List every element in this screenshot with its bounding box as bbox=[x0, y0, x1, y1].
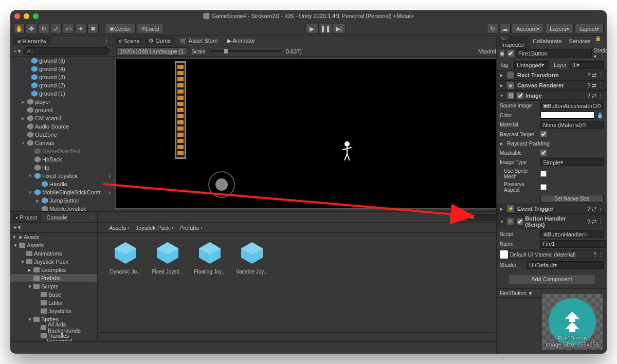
hierarchy-item[interactable]: OutZone bbox=[10, 131, 113, 139]
folder-item[interactable]: Joysticks bbox=[10, 307, 97, 315]
scene-tab[interactable]: ▶ Animator bbox=[223, 37, 259, 45]
rotate-tool-button[interactable]: ↻ bbox=[38, 24, 49, 34]
folder-item[interactable]: Base bbox=[10, 290, 97, 299]
cloud-button[interactable]: ☁ bbox=[499, 24, 511, 34]
minimize-icon[interactable] bbox=[24, 13, 29, 19]
event-trigger-header[interactable]: Event Trigger bbox=[517, 206, 553, 212]
scene-tab[interactable]: 🛒 Asset Store bbox=[176, 37, 222, 45]
hierarchy-search-input[interactable] bbox=[23, 47, 110, 55]
folder-item[interactable]: ▼Assets bbox=[10, 241, 97, 249]
hierarchy-item[interactable]: GameOverText bbox=[10, 147, 113, 155]
create-menu-button[interactable]: + ▾ bbox=[13, 48, 21, 54]
layer-dropdown[interactable]: UI ▾ bbox=[569, 61, 604, 69]
project-tab[interactable]: ▪ Project bbox=[12, 213, 41, 222]
pivot-center-button[interactable]: ▣ Center bbox=[105, 24, 136, 34]
maskable-checkbox[interactable] bbox=[540, 150, 547, 156]
folder-item[interactable]: Prefabs bbox=[10, 274, 97, 282]
folder-item[interactable]: Horizontal Backgrounds bbox=[10, 340, 97, 341]
preserve-aspect-checkbox[interactable] bbox=[540, 184, 547, 190]
pause-button[interactable]: ❚❚ bbox=[319, 24, 332, 34]
asset-item[interactable]: Floating Joy... bbox=[193, 239, 226, 326]
step-button[interactable]: ▶| bbox=[332, 24, 346, 34]
account-dropdown[interactable]: Account ▾ bbox=[512, 24, 544, 34]
hierarchy-item[interactable]: ▶CM vcam1 bbox=[10, 114, 113, 122]
menu-icon[interactable]: ⋮ bbox=[598, 93, 604, 99]
collaborate-tab[interactable]: Collaborate bbox=[530, 37, 565, 45]
collab-button[interactable]: ↻ bbox=[487, 24, 498, 34]
hierarchy-item[interactable]: ▼MobileSingleStickContr› bbox=[10, 188, 113, 196]
services-tab[interactable]: Services bbox=[566, 37, 594, 45]
custom-tool-button[interactable]: ✖ bbox=[87, 24, 99, 34]
add-component-button[interactable]: Add Component bbox=[508, 274, 595, 284]
hierarchy-item[interactable]: ▼Canvas bbox=[10, 139, 113, 147]
folder-item[interactable]: ▶Examples bbox=[10, 266, 97, 274]
scale-slider[interactable] bbox=[210, 50, 282, 52]
hand-tool-button[interactable]: ✋ bbox=[13, 24, 25, 34]
maximize-icon[interactable] bbox=[33, 13, 39, 19]
script-field[interactable]: ▣ ButtonHandler ⊙ bbox=[540, 230, 604, 238]
lock-icon[interactable]: 🔒 ⋮ bbox=[595, 36, 605, 47]
console-tab[interactable]: Console bbox=[42, 213, 71, 222]
hierarchy-tree[interactable]: ground (3)ground (4)ground (3)ground (2)… bbox=[10, 57, 113, 211]
folder-item[interactable]: ▼Joystick Pack bbox=[10, 258, 97, 266]
folder-item[interactable]: ▼★ Assets bbox=[10, 233, 97, 241]
image-component-header[interactable]: Image bbox=[525, 93, 542, 99]
hierarchy-item[interactable]: ground bbox=[10, 106, 113, 114]
scene-tab[interactable]: # Scene bbox=[115, 37, 143, 45]
material-header[interactable]: Default UI Material (Material) bbox=[510, 252, 576, 258]
component-header[interactable]: Rect Transform bbox=[517, 72, 559, 78]
resolution-dropdown[interactable]: 1920x1080 Landscape (1 bbox=[116, 47, 187, 56]
hierarchy-item[interactable]: MobileJoystick bbox=[10, 205, 113, 211]
hierarchy-item[interactable]: ground (1) bbox=[10, 89, 113, 98]
folder-item[interactable]: Editor bbox=[10, 299, 97, 307]
scale-tool-button[interactable]: ⤢ bbox=[50, 24, 62, 34]
folder-item[interactable]: All Axis Backgrounds bbox=[10, 323, 97, 332]
hierarchy-item[interactable]: Handle bbox=[10, 180, 113, 188]
color-field[interactable] bbox=[540, 112, 594, 119]
hierarchy-item[interactable]: Audio Source bbox=[10, 122, 113, 131]
color-picker-icon[interactable]: 💧 bbox=[596, 112, 604, 119]
gameobject-active-checkbox[interactable] bbox=[507, 50, 514, 57]
hierarchy-item[interactable]: ground (4) bbox=[10, 65, 113, 73]
asset-item[interactable]: Variable Joy... bbox=[235, 239, 268, 326]
raycast-padding-foldout[interactable]: Raycast Padding bbox=[507, 140, 550, 147]
folder-item[interactable]: Animations bbox=[10, 249, 97, 258]
hierarchy-item[interactable]: ▶player bbox=[10, 98, 113, 106]
hierarchy-item[interactable]: HpBack bbox=[10, 155, 113, 163]
move-tool-button[interactable]: ✥ bbox=[26, 24, 37, 34]
image-enabled-checkbox[interactable] bbox=[517, 93, 523, 99]
folder-item[interactable]: ▼Scripts bbox=[10, 282, 97, 290]
play-button[interactable]: ▶ bbox=[305, 24, 319, 34]
hierarchy-item[interactable]: ground (3) bbox=[10, 73, 113, 81]
breadcrumb-item[interactable]: Joystick Pack › bbox=[136, 225, 173, 231]
material-field[interactable]: None (Material) ⊙ bbox=[540, 121, 604, 129]
scene-tab[interactable]: ⚙ Game bbox=[144, 37, 175, 45]
source-image-field[interactable]: ▣ ButtonAcceleratorO ⊙ bbox=[540, 102, 604, 110]
hierarchy-item[interactable]: ground (2) bbox=[10, 81, 113, 89]
button-handler-enabled-checkbox[interactable] bbox=[517, 219, 523, 225]
gameobject-name-input[interactable] bbox=[516, 49, 592, 58]
component-header[interactable]: Canvas Renderer bbox=[517, 82, 564, 88]
panel-menu-icon[interactable]: ⋮ bbox=[90, 214, 96, 221]
folder-tree[interactable]: ▼★ Assets▼AssetsAnimations▼Joystick Pack… bbox=[10, 233, 97, 341]
raycast-target-checkbox[interactable] bbox=[540, 131, 547, 137]
layout-dropdown[interactable]: Layout ▾ bbox=[575, 24, 604, 34]
hierarchy-item[interactable]: ▼Fixed Joystick› bbox=[10, 172, 113, 180]
create-asset-button[interactable]: + ▾ bbox=[13, 224, 21, 231]
sprite-mesh-checkbox[interactable] bbox=[540, 171, 547, 177]
rect-tool-button[interactable]: ▭ bbox=[63, 24, 74, 34]
transform-tool-button[interactable]: ✦ bbox=[75, 24, 86, 34]
hierarchy-item[interactable]: Hp bbox=[10, 163, 113, 172]
tag-dropdown[interactable]: Untagged ▾ bbox=[514, 61, 549, 69]
hierarchy-item[interactable]: ground (3) bbox=[10, 57, 113, 65]
pivot-local-button[interactable]: ⟲ Local bbox=[137, 24, 164, 34]
name-input[interactable] bbox=[540, 240, 607, 248]
static-dropdown[interactable]: Static ▾ bbox=[594, 47, 607, 59]
asset-item[interactable]: Dynamic Jo... bbox=[109, 239, 142, 326]
preset-icon[interactable]: ⇄ bbox=[592, 93, 596, 99]
hierarchy-item[interactable]: ▶JumpButton bbox=[10, 196, 113, 205]
layers-dropdown[interactable]: Layers ▾ bbox=[545, 24, 574, 34]
hierarchy-tab[interactable]: ≡ Hierarchy bbox=[13, 37, 51, 45]
help-icon[interactable]: ? bbox=[587, 93, 590, 99]
set-native-size-button[interactable]: Set Native Size bbox=[540, 195, 604, 203]
